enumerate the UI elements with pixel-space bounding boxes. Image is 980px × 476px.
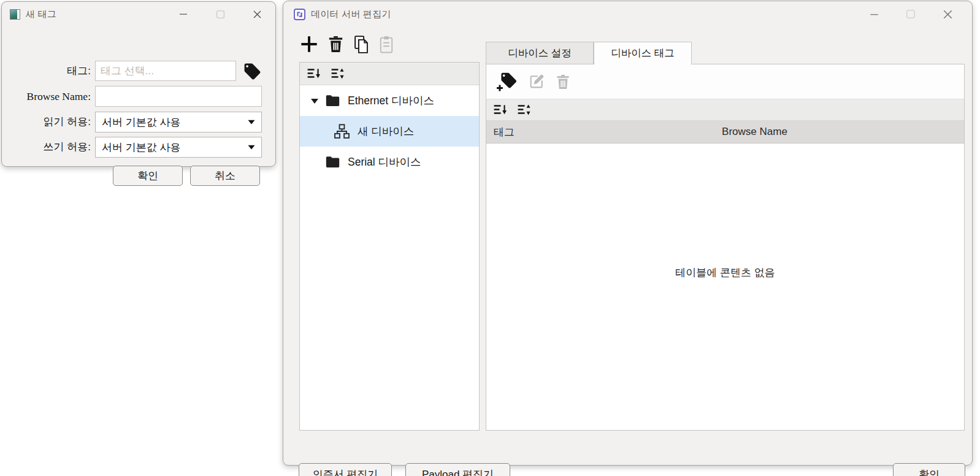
tag-toolbar (486, 64, 964, 99)
minimize-icon (870, 10, 879, 19)
tree-sort-bar (300, 63, 479, 85)
tag-icon (243, 62, 262, 81)
read-permission-value: 서버 기본값 사용 (102, 115, 180, 129)
tag-table-body[interactable]: 테이블에 콘텐츠 없음 (486, 144, 964, 430)
copy-device-button[interactable] (353, 35, 370, 54)
minimize-button[interactable] (856, 1, 892, 27)
write-permission-label: 쓰기 허용: (2, 137, 91, 158)
folder-icon (324, 154, 341, 171)
sort-descending-button[interactable] (493, 103, 508, 117)
sort-toggle-button[interactable] (517, 103, 532, 117)
tree-item-serial-devices[interactable]: Serial 디바이스 (300, 147, 479, 177)
sort-toggle-button[interactable] (331, 67, 345, 80)
tab-device-tags[interactable]: 디바이스 태그 (594, 42, 692, 64)
close-button[interactable] (239, 2, 275, 26)
read-permission-label: 읽기 허용: (2, 112, 91, 132)
close-button[interactable] (929, 1, 966, 27)
maximize-button[interactable] (202, 2, 239, 26)
tab-label: 디바이스 설정 (508, 47, 572, 60)
add-tag-button[interactable] (496, 72, 518, 91)
delete-device-button[interactable] (327, 35, 344, 53)
add-tag-icon (496, 72, 518, 91)
sort-toggle-icon (331, 67, 345, 80)
write-permission-select[interactable]: 서버 기본값 사용 (95, 137, 262, 158)
data-server-editor-window: 데이터 서버 편집기 (283, 1, 973, 466)
add-icon (299, 34, 319, 54)
sort-descending-button[interactable] (307, 67, 321, 80)
browse-tags-button[interactable] (243, 62, 262, 81)
column-header-tag[interactable]: 태그 (486, 125, 545, 139)
tab-device-settings[interactable]: 디바이스 설정 (486, 42, 594, 64)
paste-icon (378, 35, 394, 54)
paste-device-button (378, 35, 394, 54)
read-permission-select[interactable]: 서버 기본값 사용 (95, 112, 262, 132)
delete-tag-button (556, 74, 570, 90)
caret-down-icon (248, 120, 255, 125)
new-tag-dialog: 새 태그 태그: Browse Name: (1, 1, 276, 167)
tag-input[interactable] (95, 61, 236, 81)
cancel-button[interactable]: 취소 (190, 166, 260, 186)
maximize-icon (216, 10, 225, 19)
tree-item-new-device[interactable]: 새 디바이스 (300, 116, 479, 147)
tree-item-ethernet-devices[interactable]: Ethernet 디바이스 (300, 85, 479, 116)
tree-item-label: 새 디바이스 (358, 124, 414, 139)
sort-descending-icon (493, 103, 508, 117)
sort-descending-icon (307, 67, 321, 80)
editor-ok-button[interactable]: 확인 (893, 463, 965, 476)
minimize-button[interactable] (165, 2, 202, 26)
expand-arrow-icon[interactable] (310, 98, 319, 104)
browse-name-input[interactable] (95, 86, 262, 107)
certificate-editor-button[interactable]: 인증서 편집기 (299, 463, 392, 476)
caret-down-icon (248, 145, 255, 150)
device-icon (334, 123, 350, 140)
copy-icon (353, 35, 370, 54)
edit-tag-icon (528, 73, 545, 90)
device-toolbar (299, 34, 394, 54)
folder-icon (324, 93, 341, 109)
device-tags-panel: 태그 Browse Name 테이블에 콘텐츠 없음 (486, 64, 965, 431)
edit-tag-button (528, 73, 545, 90)
close-icon (943, 9, 953, 20)
close-icon (253, 10, 262, 19)
desktop: 새 태그 태그: Browse Name: (0, 0, 980, 476)
tree-item-label: Ethernet 디바이스 (348, 93, 434, 108)
tab-label: 디바이스 태그 (611, 47, 675, 60)
device-tree-panel: Ethernet 디바이스 새 디바이스 S (299, 62, 480, 431)
tag-table-header: 태그 Browse Name (486, 121, 964, 144)
empty-table-message: 테이블에 콘텐츠 없음 (675, 266, 775, 280)
write-permission-value: 서버 기본값 사용 (102, 140, 180, 155)
editor-title: 데이터 서버 편집기 (311, 9, 391, 20)
tree-item-label: Serial 디바이스 (348, 155, 421, 169)
device-tabs: 디바이스 설정 디바이스 태그 (486, 42, 692, 64)
table-sort-bar (486, 99, 964, 121)
new-tag-titlebar[interactable]: 새 태그 (2, 2, 275, 26)
sort-toggle-icon (517, 103, 532, 117)
new-tag-title: 새 태그 (26, 9, 56, 20)
editor-window-icon (294, 9, 305, 20)
browse-name-label: Browse Name: (2, 86, 91, 107)
minimize-icon (179, 10, 188, 18)
delete-tag-icon (556, 74, 570, 90)
new-tag-window-icon (10, 9, 20, 20)
delete-icon (327, 35, 344, 53)
add-device-button[interactable] (299, 34, 319, 54)
tag-label: 태그: (2, 61, 91, 82)
maximize-icon (906, 9, 916, 19)
payload-editor-button[interactable]: Payload 편집기 (405, 463, 510, 476)
ok-button[interactable]: 확인 (113, 166, 183, 186)
editor-titlebar[interactable]: 데이터 서버 편집기 (283, 1, 972, 27)
maximize-button[interactable] (892, 1, 929, 27)
column-header-browse-name[interactable]: Browse Name (545, 126, 964, 138)
